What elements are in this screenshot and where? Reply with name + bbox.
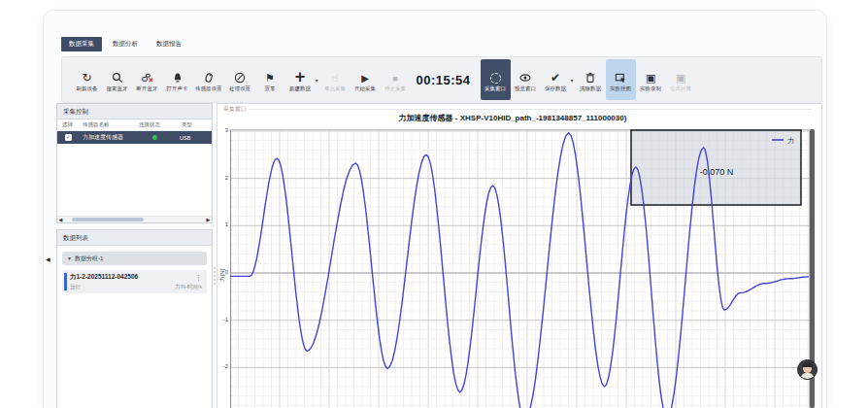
save-data-button-dropdown-caret-icon[interactable]: ▾: [571, 77, 574, 84]
col-sensor-name: 传感器名称: [83, 121, 139, 128]
sensor-settings-button-label: 传感器设置: [195, 85, 222, 92]
start-collect-button[interactable]: ▶开始采集: [351, 59, 381, 100]
refresh-device-button[interactable]: ↻刷新设备: [72, 59, 102, 100]
chart-title: 力加速度传感器 - XHSP-V10HID_path_-1981348857_1…: [217, 113, 808, 123]
start-collect-button-label: 开始采集: [354, 85, 376, 92]
hscroll-right-arrow-icon[interactable]: ▶: [205, 217, 212, 222]
stop-collect-button: ■停止采集: [381, 59, 411, 100]
preview-window-button[interactable]: 预览窗口: [511, 59, 541, 100]
main-toolbar: ↻刷新设备搜索蓝牙断开蓝牙打开声卡传感器设置处理设置⚑置零+新建数据▾☝单点采集…: [61, 56, 822, 103]
sensor-name: 力加速度传感器: [83, 133, 139, 142]
chevron-down-icon[interactable]: ▼: [67, 255, 72, 261]
data-group-row[interactable]: ▼数据分组-1: [62, 252, 207, 265]
new-data-button-label: 新建数据: [289, 85, 311, 92]
y-axis-label: 力[N]: [218, 265, 227, 287]
check-icon: ✔: [551, 67, 560, 84]
avatar-hair-icon: [802, 362, 813, 367]
sidebar-collapse-arrow-icon[interactable]: ◀: [46, 255, 50, 262]
main-tabbar: 数据采集数据分析数据报告: [61, 37, 189, 51]
refresh-device-button-label: 刷新设备: [77, 85, 98, 92]
waveform-chart: -0.070 N力: [230, 129, 811, 408]
dial-icon: [234, 67, 246, 84]
search-icon: [112, 67, 123, 84]
data-record-status: 运行: [70, 284, 81, 290]
y-tick-label: -1: [218, 317, 228, 323]
flag-icon: ⚑: [265, 67, 275, 84]
avatar-body-icon: [801, 373, 814, 380]
hand-icon: ☝: [332, 67, 339, 84]
experiment-record-button[interactable]: ▣实验录制: [636, 59, 666, 100]
refresh-icon: ↻: [82, 67, 91, 84]
save-data-button[interactable]: ✔保存数据: [541, 59, 571, 100]
data-record-title: 力1-2-20251112-042506: [70, 273, 138, 282]
data-list-title: 数据列表: [57, 230, 212, 246]
toolbar-group-right: 采集窗口预览窗口✔保存数据▾清除数据实验挂图▣实验录制▣公式计算: [481, 59, 696, 100]
sensor-row[interactable]: ✓力加速度传感器USB: [57, 131, 212, 144]
collect-control-panel: 采集控制 选择 传感器名称 连接状态 类型 ✓力加速度传感器USB ◀ ▶: [56, 103, 213, 223]
app-window-stage: 数据采集数据分析数据报告 ↻刷新设备搜索蓝牙断开蓝牙打开声卡传感器设置处理设置⚑…: [0, 0, 868, 408]
collect-timer: 00:15:54: [417, 73, 471, 87]
tab-data-analysis[interactable]: 数据分析: [105, 37, 146, 51]
disconnect-bluetooth-button[interactable]: 断开蓝牙: [132, 59, 162, 100]
hscroll-left-arrow-icon[interactable]: ◀: [57, 217, 64, 222]
assistant-avatar-button[interactable]: [797, 359, 818, 380]
data-record-axes: 力/N-时间/s: [175, 284, 202, 290]
single-point-collect-button: ☝单点采集: [320, 59, 351, 100]
sensor-table-hscrollbar[interactable]: ◀ ▶: [57, 216, 212, 222]
kebab-menu-icon[interactable]: ⋮: [195, 274, 202, 282]
chart-panel-divider: [247, 109, 812, 110]
stop-icon: ■: [392, 67, 397, 84]
picture-icon: [615, 67, 626, 84]
preview-window-button-label: 预览窗口: [515, 85, 536, 92]
search-bluetooth-button[interactable]: 搜索蓝牙: [102, 59, 132, 100]
new-data-button-dropdown-caret-icon[interactable]: ▾: [316, 77, 318, 84]
sensor-table: 选择 传感器名称 连接状态 类型 ✓力加速度传感器USB ◀ ▶: [57, 119, 212, 222]
clear-data-button-label: 清除数据: [580, 85, 601, 92]
legend-label: 力: [787, 137, 794, 144]
bell-icon: [172, 67, 184, 84]
panel-splitter-handle[interactable]: [214, 267, 217, 285]
experiment-snapshot-button[interactable]: 实验挂图: [606, 59, 636, 100]
experiment-snapshot-button-label: 实验挂图: [610, 85, 631, 92]
eye-icon: [519, 67, 531, 84]
data-group-label: 数据分组-1: [75, 255, 103, 263]
y-tick-label: -2: [218, 363, 228, 369]
col-connect-status: 连接状态: [139, 121, 182, 128]
app-window: 数据采集数据分析数据报告 ↻刷新设备搜索蓝牙断开蓝牙打开声卡传感器设置处理设置⚑…: [43, 10, 827, 408]
tab-data-collect[interactable]: 数据采集: [61, 37, 102, 51]
set-zero-button-label: 置零: [265, 85, 276, 92]
sidebar: 采集控制 选择 传感器名称 连接状态 类型 ✓力加速度传感器USB ◀ ▶: [56, 103, 213, 408]
tab-data-report[interactable]: 数据报告: [149, 37, 189, 51]
sensor-settings-button[interactable]: 传感器设置: [192, 59, 225, 100]
trash-icon: [584, 67, 596, 84]
toolbar-group-left: ↻刷新设备搜索蓝牙断开蓝牙打开声卡传感器设置处理设置⚑置零+新建数据▾☝单点采集…: [72, 59, 411, 100]
record-icon: ▣: [676, 67, 685, 84]
search-bluetooth-button-label: 搜索蓝牙: [107, 85, 128, 92]
new-data-button[interactable]: +新建数据: [285, 59, 316, 100]
process-settings-button[interactable]: 处理设置: [225, 59, 255, 100]
sensor-type: USB: [180, 135, 190, 141]
plot-area: -0.070 N力: [230, 129, 811, 408]
y-tick-label: 1: [218, 221, 228, 227]
bt-disconnect-icon: [142, 67, 153, 84]
data-record-item[interactable]: 力1-2-20251112-042506⋮运行力/N-时间/s: [62, 270, 207, 293]
annotation-value-text: -0.070 N: [700, 167, 734, 177]
stop-collect-button-label: 停止采集: [384, 85, 406, 92]
collect-control-title: 采集控制: [57, 104, 212, 119]
open-soundcard-button-label: 打开声卡: [167, 85, 188, 92]
chart-panel: 采集窗口 力加速度传感器 - XHSP-V10HID_path_-1981348…: [217, 103, 822, 408]
set-zero-button[interactable]: ⚑置零: [255, 59, 285, 100]
formula-calc-button-label: 公式计算: [670, 85, 691, 92]
formula-calc-button: ▣公式计算: [666, 59, 696, 100]
collect-window-button[interactable]: 采集窗口: [481, 59, 511, 100]
clear-data-button[interactable]: 清除数据: [576, 59, 606, 100]
record-icon: ▣: [646, 67, 655, 84]
open-soundcard-button[interactable]: 打开声卡: [162, 59, 192, 100]
y-tick-label: 3: [218, 127, 228, 133]
sensor-icon: [203, 67, 215, 84]
experiment-record-button-label: 实验录制: [640, 85, 661, 92]
dashed-circle-icon: [490, 67, 501, 84]
hscroll-thumb[interactable]: [72, 218, 144, 221]
sensor-table-header: 选择 传感器名称 连接状态 类型: [57, 119, 212, 131]
sensor-checkbox[interactable]: ✓: [65, 134, 72, 141]
